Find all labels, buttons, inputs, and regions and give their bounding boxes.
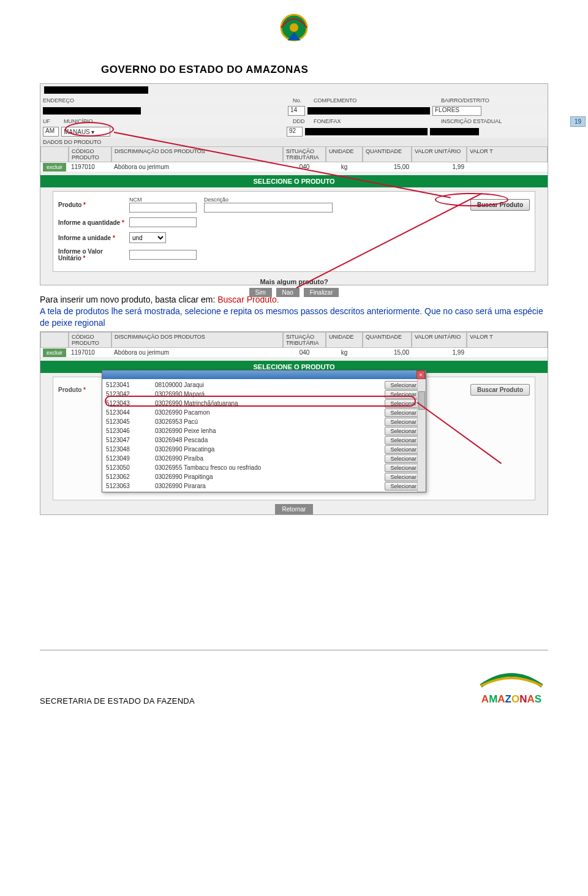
input-bairro[interactable]: FLORES bbox=[432, 106, 481, 116]
buscar-produto-button[interactable]: Buscar Produto bbox=[470, 199, 530, 211]
popup-row: 512304303026990 Matrinchã/jatuaranaSelec… bbox=[104, 399, 424, 408]
popup-desc: 08109000 Jaraqui bbox=[155, 382, 385, 388]
label-uf: UF bbox=[43, 118, 61, 124]
input-no[interactable]: 14 bbox=[288, 106, 305, 116]
popup-code: 5123050 bbox=[106, 464, 155, 471]
input-desc[interactable] bbox=[204, 203, 333, 213]
popup-row: 512306203026990 PirapitingaSelecionar bbox=[104, 472, 424, 481]
nao-button[interactable]: Nao bbox=[276, 288, 300, 297]
finalizar-button[interactable]: Finalizar bbox=[304, 288, 339, 297]
popup-body: 512304108109000 JaraquiSelecionar5123042… bbox=[102, 379, 426, 492]
product-table-header: CÓDIGO PRODUTO DISCRIMINAÇÃO DOS PRODUTO… bbox=[40, 146, 548, 162]
popup-code: 5123062 bbox=[106, 473, 155, 480]
footer-logo: AMAZONAS bbox=[475, 669, 548, 706]
amazonas-wordmark: AMAZONAS bbox=[475, 693, 548, 706]
selecionar-button[interactable]: Selecionar bbox=[385, 418, 422, 426]
popup-desc: 03026990 Piraíba bbox=[155, 455, 385, 462]
td2-codigo: 1197010 bbox=[69, 348, 111, 357]
td-sit: 040 bbox=[283, 162, 326, 171]
th2-sit: SITUAÇÃO TRIBUTÁRIA bbox=[283, 332, 326, 348]
selecionar-button[interactable]: Selecionar bbox=[385, 399, 422, 408]
selecionar-button[interactable]: Selecionar bbox=[385, 390, 422, 399]
municipio-text: MANAUS bbox=[64, 129, 90, 135]
td-codigo: 1197010 bbox=[69, 162, 111, 171]
td-vu: 1,99 bbox=[412, 162, 467, 171]
svg-point-1 bbox=[290, 23, 298, 32]
popup-row: 512305003026955 Tambacu fresco ou resfri… bbox=[104, 463, 424, 472]
selecionar-button[interactable]: Selecionar bbox=[385, 454, 422, 463]
popup-row: 512304603026990 Peixe lenhaSelecionar bbox=[104, 426, 424, 435]
input-ddd[interactable]: 92 bbox=[287, 127, 303, 137]
selecionar-button[interactable]: Selecionar bbox=[385, 408, 422, 417]
lbl-qtd: Informe a quantidade bbox=[58, 219, 120, 226]
popup-desc: 03026948 Pescada bbox=[155, 437, 385, 443]
popup-close-icon[interactable]: × bbox=[417, 371, 425, 379]
popup-code: 5123046 bbox=[106, 427, 155, 434]
selecionar-button[interactable]: Selecionar bbox=[385, 482, 422, 491]
popup-desc: 03026990 Piracatinga bbox=[155, 446, 385, 453]
popup-scrollbar[interactable] bbox=[417, 379, 426, 492]
input-uf[interactable]: AM bbox=[43, 127, 59, 137]
th2-discr: DISCRIMINAÇÃO DOS PRODUTOS bbox=[111, 332, 283, 348]
section-dados-produto: DADOS DO PRODUTO bbox=[40, 138, 548, 146]
td2-sit: 040 bbox=[283, 348, 326, 357]
td2-discr: Abóbora ou jerimum bbox=[111, 348, 283, 357]
selecionar-button[interactable]: Selecionar bbox=[385, 436, 422, 445]
popup-desc: 03026990 Peixe lenha bbox=[155, 427, 385, 434]
selecionar-button[interactable]: Selecionar bbox=[385, 445, 422, 454]
instr-part-2: A tela de produtos lhe será mostrada, se… bbox=[40, 306, 543, 328]
lbl-ncm: NCM bbox=[129, 197, 197, 203]
lbl-valor: Informe o Valor Unitário bbox=[58, 248, 103, 262]
product-table-row: excluir 1197010 Abóbora ou jerimum 040 k… bbox=[40, 162, 548, 171]
label-no: No. bbox=[293, 97, 311, 104]
popup-titlebar: × bbox=[102, 371, 426, 379]
select-product-band: SELECIONE O PRODUTO bbox=[40, 175, 548, 187]
th-codigo: CÓDIGO PRODUTO bbox=[69, 146, 111, 162]
td-discr: Abóbora ou jerimum bbox=[111, 162, 283, 171]
th2-codigo: CÓDIGO PRODUTO bbox=[69, 332, 111, 348]
th-unid: UNIDADE bbox=[326, 146, 363, 162]
label-inscr: INSCRIÇÃO ESTADUAL bbox=[441, 118, 502, 124]
popup-code: 5123044 bbox=[106, 409, 155, 416]
th2-unid: UNIDADE bbox=[326, 332, 363, 348]
popup-row: 512304703026948 PescadaSelecionar bbox=[104, 435, 424, 445]
popup-desc: 03026990 Pirapitinga bbox=[155, 473, 385, 480]
th-qtd: QUANTIDADE bbox=[363, 146, 412, 162]
selecionar-button[interactable]: Selecionar bbox=[385, 381, 422, 390]
input-qtd[interactable] bbox=[129, 217, 197, 227]
retornar-button[interactable]: Retornar bbox=[275, 504, 314, 514]
selecionar-button[interactable]: Selecionar bbox=[385, 473, 422, 481]
th2-vu: VALOR UNITÁRIO bbox=[412, 332, 467, 348]
footer-text: SECRETARIA DE ESTADO DA FAZENDA bbox=[40, 696, 195, 706]
selecionar-button[interactable]: Selecionar bbox=[385, 464, 422, 472]
lbl-unid: Informe a unidade bbox=[58, 235, 111, 241]
buscar-produto-button-2[interactable]: Buscar Produto bbox=[470, 384, 530, 396]
th-discr: DISCRIMINAÇÃO DOS PRODUTOS bbox=[111, 146, 283, 162]
sim-button[interactable]: Sim bbox=[249, 288, 272, 297]
popup-desc: 03026955 Tambacu fresco ou resfriado bbox=[155, 464, 385, 471]
product-popup: × 512304108109000 JaraquiSelecionar51230… bbox=[102, 370, 426, 492]
label-bairro: BAIRRO/DISTRITO bbox=[441, 97, 489, 104]
th-vu: VALOR UNITÁRIO bbox=[412, 146, 467, 162]
popup-code: 5123042 bbox=[106, 391, 155, 397]
th2-qtd: QUANTIDADE bbox=[363, 332, 412, 348]
th-vt: VALOR T bbox=[467, 146, 548, 162]
td2-unid: kg bbox=[326, 348, 363, 357]
selecionar-button[interactable]: Selecionar bbox=[385, 427, 422, 435]
popup-row: 512304108109000 JaraquiSelecionar bbox=[104, 380, 424, 390]
lbl-produto: Produto bbox=[58, 201, 81, 208]
page-title: GOVERNO DO ESTADO DO AMAZONAS bbox=[101, 64, 548, 76]
input-municipio[interactable]: MANAUS▾ bbox=[61, 127, 110, 137]
popup-row: 512304403026990 PacamonSelecionar bbox=[104, 408, 424, 417]
th-sit: SITUAÇÃO TRIBUTÁRIA bbox=[283, 146, 326, 162]
popup-row: 512304203026990 MaparáSelecionar bbox=[104, 390, 424, 399]
popup-code: 5123041 bbox=[106, 382, 155, 388]
popup-code: 5123063 bbox=[106, 483, 155, 489]
excluir-button[interactable]: excluir bbox=[43, 163, 66, 171]
select-unid[interactable]: und bbox=[129, 232, 166, 243]
input-ncm[interactable] bbox=[129, 203, 197, 213]
excluir-button-2[interactable]: excluir bbox=[43, 348, 66, 357]
input-valor[interactable] bbox=[129, 250, 197, 260]
popup-desc: 03026990 Matrinchã/jatuarana bbox=[155, 400, 385, 407]
popup-row: 512306303026990 PirararaSelecionar bbox=[104, 481, 424, 491]
